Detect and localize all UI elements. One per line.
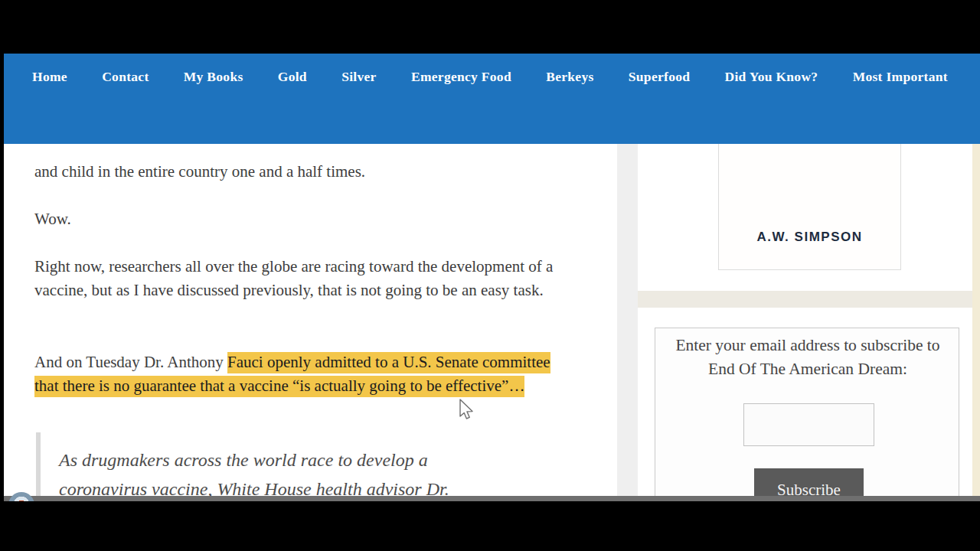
article-paragraph: Wow. (34, 207, 609, 231)
nav-item-berkeys[interactable]: Berkeys (546, 69, 593, 85)
paragraph-plain-text: And on Tuesday Dr. Anthony (34, 353, 227, 371)
bottom-letterbox-bar (0, 501, 980, 551)
book-author-label: A.W. SIMPSON (719, 230, 900, 245)
nav-item-emergency-food[interactable]: Emergency Food (411, 69, 511, 85)
article-paragraph-with-highlight: And on Tuesday Dr. Anthony Fauci openly … (34, 350, 572, 398)
nav-item-my-books[interactable]: My Books (184, 69, 243, 85)
right-edge-strip (972, 144, 980, 501)
content-sidebar-divider (617, 144, 638, 501)
nav-item-home[interactable]: Home (32, 69, 67, 85)
nav-item-gold[interactable]: Gold (278, 69, 307, 85)
left-letterbox-strip (0, 0, 4, 501)
nav-item-superfood[interactable]: Superfood (629, 69, 691, 85)
nav-item-did-you-know[interactable]: Did You Know? (725, 69, 818, 85)
sidebar-book-cover-image[interactable]: A.W. SIMPSON (718, 142, 901, 270)
blockquote-left-border (36, 432, 41, 501)
arrow-cursor (457, 398, 475, 425)
article-paragraph: Right now, researchers all over the glob… (34, 255, 607, 302)
nav-item-contact[interactable]: Contact (102, 69, 149, 85)
email-input[interactable] (743, 403, 874, 446)
top-letterbox-bar (0, 0, 980, 54)
blockquote-text: As drugmakers across the world race to d… (59, 445, 518, 504)
article-paragraph: and child in the entire country one and … (34, 160, 609, 184)
sidebar-widget-separator (638, 291, 972, 308)
nav-item-most-important[interactable]: Most Important (853, 69, 948, 85)
nav-menu: Home Contact My Books Gold Silver Emerge… (0, 54, 980, 85)
nav-item-silver[interactable]: Silver (341, 69, 377, 85)
subscribe-prompt-text: Enter your email address to subscribe to… (665, 334, 950, 381)
main-navigation-bar: Home Contact My Books Gold Silver Emerge… (0, 54, 980, 144)
